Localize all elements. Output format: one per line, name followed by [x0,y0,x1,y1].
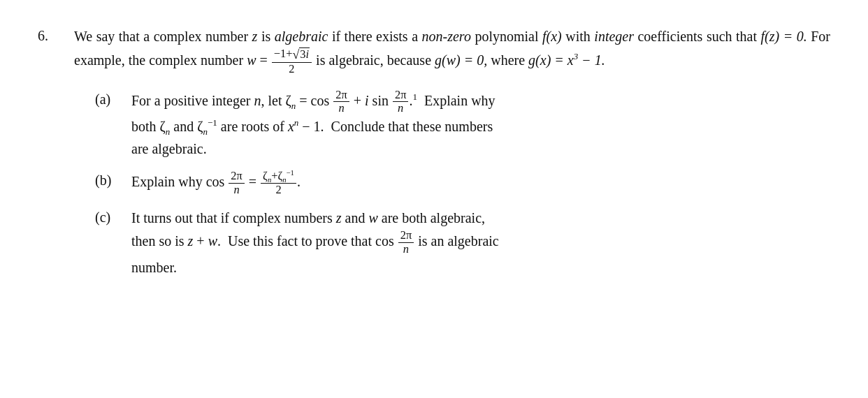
frac-2pi-n-c-num: 2π [398,229,414,243]
term-nonzero: non-zero [422,29,471,44]
w-fraction: −1+√3i 2 [272,47,312,76]
part-c-content: It turns out that if complex numbers z a… [131,207,830,279]
part-b-label: (b) [95,170,131,191]
gx-def: g(x) = x3 − 1. [528,52,605,68]
parts-list: (a) For a positive integer n, let ζn = c… [74,89,830,279]
part-a: (a) For a positive integer n, let ζn = c… [95,89,830,161]
frac-zeta-b-num: ζn+ζn−1 [261,170,296,184]
frac-2pi-n-b-num: 2π [229,170,244,184]
var-w: w [247,52,256,68]
frac-2pi-n-a2: 2π n [393,89,408,116]
part-b-content: Explain why cos 2π n = ζn+ζn−1 2 . [131,170,830,197]
part-c-label: (c) [95,207,131,228]
part-c: (c) It turns out that if complex numbers… [95,207,830,279]
var-fx: f(x) [542,29,562,44]
frac-2pi-n-a1-den: n [336,102,346,115]
problem-header: 6. We say that a complex number z is alg… [38,25,830,288]
frac-2pi-n-b: 2π n [229,170,244,197]
frac-2pi-n-a1-num: 2π [333,89,349,103]
frac-2pi-n-c-den: n [401,243,411,256]
problem-container: 6. We say that a complex number z is alg… [38,25,830,288]
part-b: (b) Explain why cos 2π n = ζn+ζn−1 2 . [95,170,830,197]
term-algebraic: algebraic [275,29,328,44]
frac-2pi-n-a2-den: n [396,102,405,115]
problem-number: 6. [38,25,74,47]
frac-zeta-b-den: 2 [273,184,283,197]
frac-2pi-n-c: 2π n [398,229,414,256]
fz-eq0: f(z) = 0. [761,29,807,44]
frac-2pi-n-b-den: n [231,184,241,197]
part-a-content: For a positive integer n, let ζn = cos 2… [131,89,830,161]
w-numerator: −1+√3i [272,47,312,63]
problem-intro-text: We say that a complex number z is algebr… [74,25,830,76]
frac-2pi-n-a2-num: 2π [393,89,408,103]
frac-zeta-b: ζn+ζn−1 2 [261,170,296,197]
w-denominator: 2 [287,63,296,76]
gw-eq0: g(w) = 0, [435,52,487,68]
problem-body: We say that a complex number z is algebr… [74,25,830,288]
var-z: z [252,29,258,44]
frac-2pi-n-a1: 2π n [333,89,349,116]
part-a-label: (a) [95,89,131,110]
term-integer: integer [594,29,634,44]
